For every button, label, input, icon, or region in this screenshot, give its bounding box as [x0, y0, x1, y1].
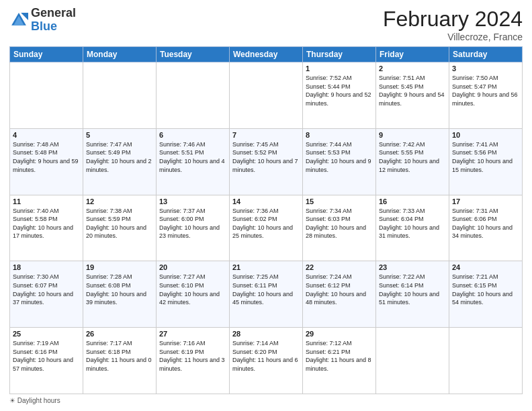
- calendar-cell: 21Sunrise: 7:25 AM Sunset: 6:11 PM Dayli…: [230, 261, 303, 328]
- calendar-cell: 28Sunrise: 7:14 AM Sunset: 6:20 PM Dayli…: [230, 328, 303, 394]
- day-number: 25: [13, 330, 80, 338]
- calendar-cell: 10Sunrise: 7:41 AM Sunset: 5:56 PM Dayli…: [449, 128, 523, 195]
- day-number: 22: [306, 263, 373, 271]
- calendar-cell: 29Sunrise: 7:12 AM Sunset: 6:21 PM Dayli…: [303, 328, 376, 394]
- cell-info: Sunrise: 7:42 AM Sunset: 5:55 PM Dayligh…: [379, 140, 446, 174]
- calendar-cell: 14Sunrise: 7:36 AM Sunset: 6:02 PM Dayli…: [230, 195, 303, 261]
- calendar-cell: 20Sunrise: 7:27 AM Sunset: 6:10 PM Dayli…: [157, 261, 230, 328]
- day-number: 28: [232, 330, 300, 338]
- cell-info: Sunrise: 7:45 AM Sunset: 5:52 PM Dayligh…: [232, 140, 300, 174]
- calendar-cell: 26Sunrise: 7:17 AM Sunset: 6:18 PM Dayli…: [83, 328, 157, 394]
- day-number: 24: [452, 263, 519, 271]
- calendar-cell: 15Sunrise: 7:34 AM Sunset: 6:03 PM Dayli…: [303, 195, 376, 261]
- cell-info: Sunrise: 7:19 AM Sunset: 6:16 PM Dayligh…: [13, 339, 80, 373]
- day-number: 20: [159, 263, 226, 271]
- calendar-cell: 24Sunrise: 7:21 AM Sunset: 6:15 PM Dayli…: [449, 261, 523, 328]
- cell-info: Sunrise: 7:51 AM Sunset: 5:45 PM Dayligh…: [379, 74, 446, 107]
- day-number: 2: [379, 64, 446, 73]
- sub-title: Villecroze, France: [383, 32, 523, 42]
- day-number: 18: [13, 263, 80, 271]
- calendar-week-row: 11Sunrise: 7:40 AM Sunset: 5:58 PM Dayli…: [10, 195, 523, 261]
- cell-info: Sunrise: 7:50 AM Sunset: 5:47 PM Dayligh…: [452, 74, 519, 107]
- cell-info: Sunrise: 7:36 AM Sunset: 6:02 PM Dayligh…: [232, 207, 300, 240]
- logo-icon: [9, 11, 28, 30]
- calendar-header-row: SundayMondayTuesdayWednesdayThursdayFrid…: [10, 47, 523, 62]
- page: General Blue February 2024 Villecroze, F…: [0, 0, 532, 411]
- day-number: 26: [86, 330, 153, 338]
- cell-info: Sunrise: 7:24 AM Sunset: 6:12 PM Dayligh…: [306, 273, 373, 306]
- title-block: February 2024 Villecroze, France: [383, 7, 523, 42]
- day-number: 11: [13, 197, 80, 205]
- cell-info: Sunrise: 7:33 AM Sunset: 6:04 PM Dayligh…: [379, 207, 446, 240]
- calendar-cell: 2Sunrise: 7:51 AM Sunset: 5:45 PM Daylig…: [376, 62, 449, 129]
- day-number: 7: [232, 131, 300, 139]
- day-number: 29: [306, 330, 373, 338]
- day-header-monday: Monday: [83, 47, 157, 62]
- calendar-cell: [83, 62, 157, 129]
- cell-info: Sunrise: 7:37 AM Sunset: 6:00 PM Dayligh…: [159, 207, 226, 240]
- cell-info: Sunrise: 7:17 AM Sunset: 6:18 PM Dayligh…: [86, 339, 153, 373]
- day-header-friday: Friday: [376, 47, 449, 62]
- day-number: 27: [159, 330, 226, 338]
- day-number: 12: [86, 197, 153, 205]
- calendar-cell: 16Sunrise: 7:33 AM Sunset: 6:04 PM Dayli…: [376, 195, 449, 261]
- calendar-week-row: 18Sunrise: 7:30 AM Sunset: 6:07 PM Dayli…: [10, 261, 523, 328]
- day-number: 16: [379, 197, 446, 205]
- day-number: 9: [379, 131, 446, 139]
- calendar-cell: 9Sunrise: 7:42 AM Sunset: 5:55 PM Daylig…: [376, 128, 449, 195]
- cell-info: Sunrise: 7:46 AM Sunset: 5:51 PM Dayligh…: [159, 140, 226, 174]
- cell-info: Sunrise: 7:44 AM Sunset: 5:53 PM Dayligh…: [306, 140, 373, 174]
- cell-info: Sunrise: 7:47 AM Sunset: 5:49 PM Dayligh…: [86, 140, 153, 174]
- calendar-cell: [10, 62, 83, 129]
- day-header-sunday: Sunday: [10, 47, 83, 62]
- cell-info: Sunrise: 7:21 AM Sunset: 6:15 PM Dayligh…: [452, 273, 519, 306]
- cell-info: Sunrise: 7:16 AM Sunset: 6:19 PM Dayligh…: [159, 339, 226, 373]
- footer: ☀ Daylight hours: [9, 397, 523, 404]
- cell-info: Sunrise: 7:41 AM Sunset: 5:56 PM Dayligh…: [452, 140, 519, 174]
- cell-info: Sunrise: 7:28 AM Sunset: 6:08 PM Dayligh…: [86, 273, 153, 306]
- calendar-cell: 5Sunrise: 7:47 AM Sunset: 5:49 PM Daylig…: [83, 128, 157, 195]
- cell-info: Sunrise: 7:48 AM Sunset: 5:48 PM Dayligh…: [13, 140, 80, 174]
- calendar-cell: 19Sunrise: 7:28 AM Sunset: 6:08 PM Dayli…: [83, 261, 157, 328]
- calendar-week-row: 4Sunrise: 7:48 AM Sunset: 5:48 PM Daylig…: [10, 128, 523, 195]
- logo: General Blue: [9, 7, 76, 34]
- cell-info: Sunrise: 7:40 AM Sunset: 5:58 PM Dayligh…: [13, 207, 80, 240]
- day-number: 15: [306, 197, 373, 205]
- calendar-cell: 22Sunrise: 7:24 AM Sunset: 6:12 PM Dayli…: [303, 261, 376, 328]
- calendar-cell: 7Sunrise: 7:45 AM Sunset: 5:52 PM Daylig…: [230, 128, 303, 195]
- day-number: 4: [13, 131, 80, 139]
- main-title: February 2024: [383, 7, 523, 32]
- calendar-cell: 12Sunrise: 7:38 AM Sunset: 5:59 PM Dayli…: [83, 195, 157, 261]
- cell-info: Sunrise: 7:38 AM Sunset: 5:59 PM Dayligh…: [86, 207, 153, 240]
- day-number: 21: [232, 263, 300, 271]
- calendar-cell: 27Sunrise: 7:16 AM Sunset: 6:19 PM Dayli…: [157, 328, 230, 394]
- day-number: 1: [306, 64, 373, 73]
- calendar-week-row: 25Sunrise: 7:19 AM Sunset: 6:16 PM Dayli…: [10, 328, 523, 394]
- cell-info: Sunrise: 7:30 AM Sunset: 6:07 PM Dayligh…: [13, 273, 80, 306]
- cell-info: Sunrise: 7:31 AM Sunset: 6:06 PM Dayligh…: [452, 207, 519, 240]
- day-number: 5: [86, 131, 153, 139]
- calendar-week-row: 1Sunrise: 7:52 AM Sunset: 5:44 PM Daylig…: [10, 62, 523, 129]
- daylight-label: Daylight hours: [17, 397, 60, 404]
- day-number: 8: [306, 131, 373, 139]
- calendar-cell: 6Sunrise: 7:46 AM Sunset: 5:51 PM Daylig…: [157, 128, 230, 195]
- cell-info: Sunrise: 7:22 AM Sunset: 6:14 PM Dayligh…: [379, 273, 446, 306]
- calendar: SundayMondayTuesdayWednesdayThursdayFrid…: [9, 46, 523, 394]
- calendar-cell: 11Sunrise: 7:40 AM Sunset: 5:58 PM Dayli…: [10, 195, 83, 261]
- calendar-cell: 18Sunrise: 7:30 AM Sunset: 6:07 PM Dayli…: [10, 261, 83, 328]
- calendar-cell: [376, 328, 449, 394]
- header: General Blue February 2024 Villecroze, F…: [9, 7, 523, 42]
- cell-info: Sunrise: 7:52 AM Sunset: 5:44 PM Dayligh…: [306, 74, 373, 107]
- cell-info: Sunrise: 7:34 AM Sunset: 6:03 PM Dayligh…: [306, 207, 373, 240]
- calendar-cell: 23Sunrise: 7:22 AM Sunset: 6:14 PM Dayli…: [376, 261, 449, 328]
- calendar-cell: 1Sunrise: 7:52 AM Sunset: 5:44 PM Daylig…: [303, 62, 376, 129]
- day-header-tuesday: Tuesday: [157, 47, 230, 62]
- day-number: 19: [86, 263, 153, 271]
- calendar-cell: 17Sunrise: 7:31 AM Sunset: 6:06 PM Dayli…: [449, 195, 523, 261]
- cell-info: Sunrise: 7:14 AM Sunset: 6:20 PM Dayligh…: [232, 339, 300, 373]
- calendar-cell: 4Sunrise: 7:48 AM Sunset: 5:48 PM Daylig…: [10, 128, 83, 195]
- cell-info: Sunrise: 7:25 AM Sunset: 6:11 PM Dayligh…: [232, 273, 300, 306]
- calendar-cell: 8Sunrise: 7:44 AM Sunset: 5:53 PM Daylig…: [303, 128, 376, 195]
- day-number: 23: [379, 263, 446, 271]
- day-number: 6: [159, 131, 226, 139]
